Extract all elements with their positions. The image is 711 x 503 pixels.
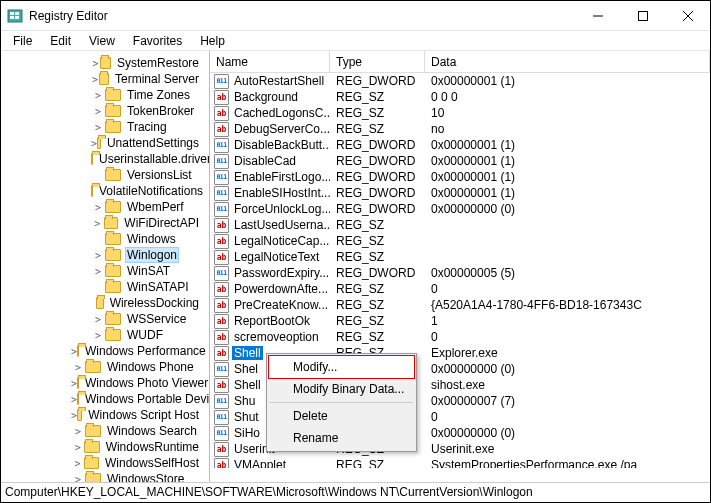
value-name: CachedLogonsC... (232, 106, 330, 120)
context-menu-item[interactable]: Rename (269, 427, 414, 449)
tree-item-label: SystemRestore (115, 56, 201, 70)
tree-item[interactable]: Windows Photo Viewer (1, 375, 209, 391)
tree-item[interactable]: WinSAT (1, 263, 209, 279)
key-tree[interactable]: SystemRestoreTerminal ServerTime ZonesTo… (1, 51, 209, 482)
expand-chevron-icon[interactable] (71, 441, 84, 453)
tree-item[interactable]: WinSATAPI (1, 279, 209, 295)
list-row[interactable]: ForceUnlockLog...REG_DWORD0x00000000 (0) (210, 201, 710, 217)
value-name: SiHo (232, 426, 262, 440)
expand-chevron-icon[interactable] (91, 217, 104, 229)
tree-item[interactable]: SystemRestore (1, 55, 209, 71)
list-row[interactable]: PreCreateKnow...REG_SZ{A520A1A4-1780-4FF… (210, 297, 710, 313)
list-row[interactable]: EnableSIHostInt...REG_DWORD0x00000001 (1… (210, 185, 710, 201)
list-row[interactable]: LegalNoticeCap...REG_SZ (210, 233, 710, 249)
tree-item[interactable]: Windows Performance Toolkit (1, 343, 209, 359)
menu-file[interactable]: File (5, 32, 40, 50)
tree-item[interactable]: Userinstallable.drivers (1, 151, 209, 167)
tree-item[interactable]: WbemPerf (1, 199, 209, 215)
tree-item[interactable]: Windows (1, 231, 209, 247)
expand-chevron-icon[interactable] (71, 361, 85, 373)
tree-item-label: Tracing (125, 120, 169, 134)
tree-item[interactable]: WUDF (1, 327, 209, 343)
tree-item[interactable]: WiFiDirectAPI (1, 215, 209, 231)
value-type: REG_DWORD (330, 154, 425, 168)
dword-value-icon (214, 170, 229, 185)
tree-item[interactable]: Time Zones (1, 87, 209, 103)
list-row[interactable]: AutoRestartShellREG_DWORD0x00000001 (1) (210, 73, 710, 89)
menu-help[interactable]: Help (192, 32, 233, 50)
tree-item[interactable]: Windows Portable Devices (1, 391, 209, 407)
list-row[interactable]: PasswordExpiry...REG_DWORD0x00000005 (5) (210, 265, 710, 281)
tree-item[interactable]: WindowsStore (1, 471, 209, 482)
tree-item-label: Windows (125, 232, 178, 246)
minimize-button[interactable] (575, 1, 620, 30)
list-row[interactable]: DebugServerCo...REG_SZno (210, 121, 710, 137)
column-name[interactable]: Name (210, 51, 330, 72)
expand-chevron-icon[interactable] (91, 265, 105, 277)
expand-chevron-icon[interactable] (91, 121, 105, 133)
tree-item[interactable]: WirelessDocking (1, 295, 209, 311)
list-row[interactable]: DisableCadREG_DWORD0x00000001 (1) (210, 153, 710, 169)
tree-item[interactable]: UnattendSettings (1, 135, 209, 151)
expand-chevron-icon[interactable] (71, 473, 85, 482)
tree-item[interactable]: VersionsList (1, 167, 209, 183)
value-name: LegalNoticeCap... (232, 234, 330, 248)
list-row[interactable]: DisableBackButt...REG_DWORD0x00000001 (1… (210, 137, 710, 153)
menu-edit[interactable]: Edit (42, 32, 79, 50)
list-row[interactable]: LegalNoticeTextREG_SZ (210, 249, 710, 265)
menu-view[interactable]: View (81, 32, 123, 50)
tree-item[interactable]: WindowsSelfHost (1, 455, 209, 471)
tree-item[interactable]: Tracing (1, 119, 209, 135)
tree-item[interactable]: TokenBroker (1, 103, 209, 119)
tree-item[interactable]: WindowsRuntime (1, 439, 209, 455)
value-list[interactable]: AutoRestartShellREG_DWORD0x00000001 (1)B… (210, 73, 710, 468)
tree-item[interactable]: Windows Script Host (1, 407, 209, 423)
context-menu-item[interactable]: Modify Binary Data... (269, 378, 414, 400)
expand-chevron-icon[interactable] (91, 73, 99, 85)
list-header[interactable]: Name Type Data (210, 51, 710, 73)
list-row[interactable]: LastUsedUserna...REG_SZ (210, 217, 710, 233)
expand-chevron-icon[interactable] (91, 201, 105, 213)
list-row[interactable]: ReportBootOkREG_SZ1 (210, 313, 710, 329)
expand-chevron-icon[interactable] (71, 425, 85, 437)
expand-chevron-icon[interactable] (91, 329, 105, 341)
expand-chevron-icon[interactable] (71, 457, 84, 469)
list-row[interactable]: PowerdownAfte...REG_SZ0 (210, 281, 710, 297)
context-menu-item[interactable]: Delete (269, 405, 414, 427)
string-value-icon (214, 234, 229, 249)
expand-chevron-icon[interactable] (91, 57, 100, 69)
folder-icon (105, 105, 121, 117)
dword-value-icon (214, 394, 229, 409)
list-row[interactable]: EnableFirstLogo...REG_DWORD0x00000001 (1… (210, 169, 710, 185)
list-row[interactable]: BackgroundREG_SZ0 0 0 (210, 89, 710, 105)
folder-icon (77, 393, 79, 405)
folder-icon (105, 201, 121, 213)
column-data[interactable]: Data (425, 51, 710, 72)
tree-item[interactable]: Winlogon (1, 247, 209, 263)
context-menu-item[interactable]: Modify... (269, 356, 414, 378)
list-row[interactable]: VMAppletREG_SZSystemPropertiesPerformanc… (210, 457, 710, 468)
menu-favorites[interactable]: Favorites (125, 32, 190, 50)
column-type[interactable]: Type (330, 51, 425, 72)
folder-icon (105, 233, 121, 245)
value-type: REG_DWORD (330, 202, 425, 216)
tree-item[interactable]: Windows Search (1, 423, 209, 439)
value-data: Userinit.exe (425, 442, 710, 456)
expand-chevron-icon[interactable] (91, 313, 105, 325)
close-button[interactable] (665, 1, 710, 30)
tree-item[interactable]: Windows Phone (1, 359, 209, 375)
list-row[interactable]: CachedLogonsC...REG_SZ10 (210, 105, 710, 121)
maximize-button[interactable] (620, 1, 665, 30)
value-type: REG_SZ (330, 330, 425, 344)
string-value-icon (214, 106, 229, 121)
tree-item[interactable]: WSService (1, 311, 209, 327)
svg-rect-3 (10, 16, 14, 19)
string-value-icon (214, 330, 229, 345)
svg-rect-4 (15, 16, 19, 19)
expand-chevron-icon[interactable] (91, 105, 105, 117)
list-row[interactable]: scremoveoptionREG_SZ0 (210, 329, 710, 345)
expand-chevron-icon[interactable] (91, 89, 105, 101)
tree-item[interactable]: VolatileNotifications (1, 183, 209, 199)
tree-item[interactable]: Terminal Server (1, 71, 209, 87)
expand-chevron-icon[interactable] (91, 249, 105, 261)
